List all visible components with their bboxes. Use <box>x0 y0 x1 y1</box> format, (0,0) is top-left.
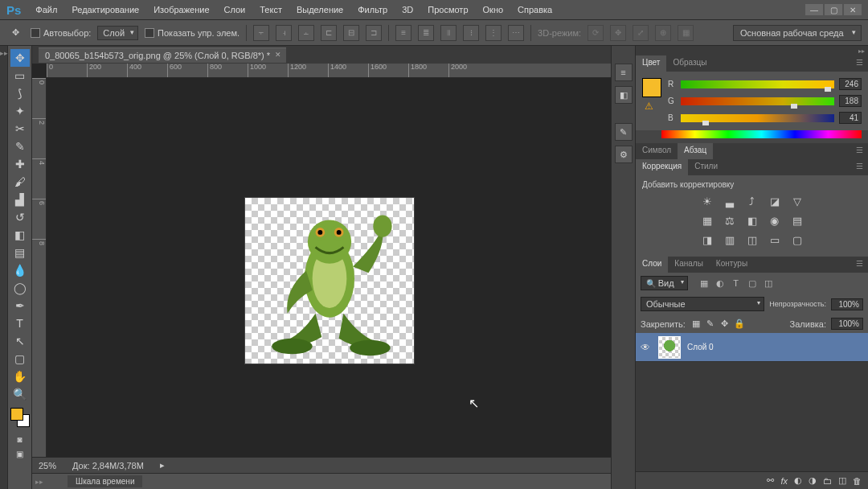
lock-position-icon[interactable]: ✥ <box>719 318 731 330</box>
panel-menu-icon[interactable]: ☰ <box>851 159 868 175</box>
tab-paragraph[interactable]: Абзац <box>678 143 713 159</box>
settings-panel-icon[interactable]: ⚙ <box>615 146 633 163</box>
balance-icon[interactable]: ⚖ <box>723 213 737 228</box>
eraser-tool[interactable]: ◧ <box>10 226 30 244</box>
auto-select-checkbox[interactable] <box>31 28 40 38</box>
posterize-icon[interactable]: ▥ <box>723 232 737 247</box>
align-hcenter-icon[interactable]: ⊟ <box>343 25 359 41</box>
mixer-icon[interactable]: ▤ <box>790 213 805 228</box>
layer-row[interactable]: 👁 Слой 0 <box>636 333 868 362</box>
3d-icon-4[interactable]: ⊕ <box>655 25 671 41</box>
threshold-icon[interactable]: ◫ <box>745 232 760 247</box>
blur-tool[interactable]: 💧 <box>10 261 30 279</box>
menu-3d[interactable]: 3D <box>395 2 420 17</box>
auto-select-dropdown[interactable]: Слой <box>97 26 138 40</box>
filter-adjust-icon[interactable]: ◐ <box>714 277 727 290</box>
eyedropper-tool[interactable]: ✎ <box>10 138 30 155</box>
g-value[interactable]: 188 <box>839 95 862 107</box>
distribute-1-icon[interactable]: ≡ <box>395 25 411 41</box>
brightness-icon[interactable]: ☀ <box>700 194 714 208</box>
gradient-map-icon[interactable]: ▭ <box>768 232 782 247</box>
show-controls-checkbox[interactable] <box>145 28 154 38</box>
menu-layers[interactable]: Слои <box>218 2 252 17</box>
doc-info[interactable]: Док: 2,84M/3,78M <box>72 461 144 471</box>
distribute-4-icon[interactable]: ⫶ <box>463 25 479 41</box>
history-panel-icon[interactable]: ≡ <box>615 64 633 81</box>
quickmask-toggle[interactable]: ◙ <box>12 434 28 445</box>
filter-type-icon[interactable]: T <box>730 277 743 290</box>
hue-icon[interactable]: ▦ <box>700 213 714 228</box>
distribute-5-icon[interactable]: ⋮ <box>485 25 502 41</box>
layer-thumbnail[interactable] <box>658 336 681 359</box>
dodge-tool[interactable]: ◯ <box>10 279 30 297</box>
type-tool[interactable]: T <box>10 314 30 332</box>
lasso-tool[interactable]: ⟆ <box>10 84 30 102</box>
tab-color[interactable]: Цвет <box>636 55 666 72</box>
g-slider[interactable] <box>681 97 834 105</box>
color-swatches[interactable] <box>10 408 30 427</box>
path-tool[interactable]: ↖ <box>10 332 30 350</box>
canvas-viewport[interactable]: ↖ <box>47 78 611 457</box>
3d-icon-3[interactable]: ⤢ <box>633 25 649 41</box>
fill-input[interactable]: 100% <box>831 318 863 330</box>
lock-transparency-icon[interactable]: ▦ <box>690 318 702 330</box>
panel-menu-icon[interactable]: ☰ <box>851 143 868 159</box>
menu-select[interactable]: Выделение <box>290 2 350 17</box>
screenmode-toggle[interactable]: ▣ <box>12 448 28 459</box>
current-tool-icon[interactable]: ✥ <box>6 24 24 42</box>
fx-icon[interactable]: fx <box>780 476 788 486</box>
layer-filter-select[interactable]: 🔍 Вид <box>641 276 688 290</box>
align-right-icon[interactable]: ⊐ <box>366 25 382 41</box>
heal-tool[interactable]: ✚ <box>10 155 30 173</box>
panel-foreground-swatch[interactable] <box>642 78 661 97</box>
close-icon[interactable]: ✕ <box>275 51 281 59</box>
color-spectrum[interactable] <box>661 130 862 138</box>
curves-icon[interactable]: ⤴ <box>745 194 760 208</box>
3d-icon-5[interactable]: ▦ <box>678 25 694 41</box>
selective-icon[interactable]: ▢ <box>790 232 805 247</box>
adjustment-icon[interactable]: ◑ <box>809 475 817 486</box>
group-icon[interactable]: 🗀 <box>823 476 832 486</box>
menu-view[interactable]: Просмотр <box>421 2 474 17</box>
vibrance-icon[interactable]: ▽ <box>790 194 805 208</box>
mask-icon[interactable]: ◐ <box>794 475 802 486</box>
stamp-tool[interactable]: ▟ <box>10 191 30 208</box>
levels-icon[interactable]: ▃ <box>723 194 737 208</box>
tab-paths[interactable]: Контуры <box>710 257 754 273</box>
panel-collapse[interactable]: ▸▸ <box>636 46 868 55</box>
bw-icon[interactable]: ◧ <box>745 213 760 228</box>
tab-channels[interactable]: Каналы <box>668 257 710 273</box>
menu-help[interactable]: Справка <box>511 2 559 17</box>
menu-text[interactable]: Текст <box>253 2 289 17</box>
blend-mode-select[interactable]: Обычные <box>641 297 764 311</box>
b-value[interactable]: 41 <box>839 112 862 124</box>
minimize-button[interactable]: — <box>805 4 823 15</box>
new-layer-icon[interactable]: ◫ <box>838 475 846 486</box>
marquee-tool[interactable]: ▭ <box>10 67 30 84</box>
toolbox-collapse[interactable]: ▸▸ <box>0 46 8 489</box>
tab-styles[interactable]: Стили <box>688 159 724 175</box>
r-slider[interactable] <box>681 80 834 88</box>
lock-all-icon[interactable]: 🔒 <box>734 318 745 330</box>
menu-window[interactable]: Окно <box>477 2 510 17</box>
visibility-toggle-icon[interactable]: 👁 <box>641 342 652 353</box>
menu-edit[interactable]: Редактирование <box>65 2 145 17</box>
hand-tool[interactable]: ✋ <box>10 368 30 385</box>
shape-tool[interactable]: ▢ <box>10 350 30 368</box>
panel-menu-icon[interactable]: ☰ <box>851 257 868 273</box>
align-bottom-icon[interactable]: ⫠ <box>298 25 314 41</box>
layers-list[interactable]: 👁 Слой 0 <box>636 333 868 471</box>
opacity-input[interactable]: 100% <box>831 298 863 310</box>
delete-layer-icon[interactable]: 🗑 <box>853 476 862 486</box>
filter-pixel-icon[interactable]: ▦ <box>698 277 710 290</box>
move-tool[interactable]: ✥ <box>10 49 30 67</box>
timeline-tab[interactable]: Шкала времени <box>68 475 142 487</box>
brush-tool[interactable]: 🖌 <box>10 173 30 191</box>
r-value[interactable]: 246 <box>839 78 862 90</box>
photo-filter-icon[interactable]: ◉ <box>768 213 782 228</box>
distribute-3-icon[interactable]: ⫴ <box>440 25 457 41</box>
menu-filter[interactable]: Фильтр <box>351 2 394 17</box>
3d-icon-1[interactable]: ⟳ <box>588 25 604 41</box>
gradient-tool[interactable]: ▤ <box>10 244 30 261</box>
filter-shape-icon[interactable]: ▢ <box>746 277 759 290</box>
